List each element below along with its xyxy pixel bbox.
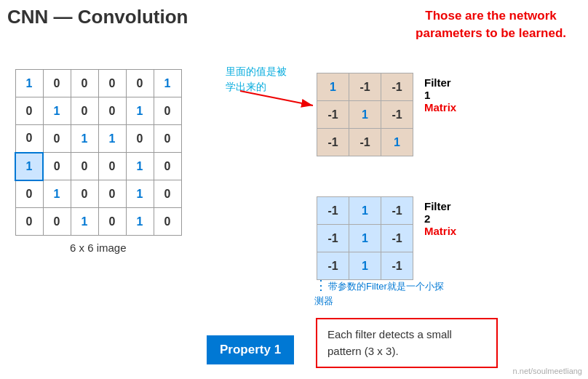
grid-cell: 0 [98,97,126,125]
grid-cell: 0 [71,97,98,125]
grid-cell: 1 [154,70,181,97]
filter2-cell: 1 [349,252,381,280]
grid-cell: 0 [15,125,43,153]
grid-cell: 0 [43,125,71,153]
grid-cell: 1 [43,97,71,125]
filter2-cell: 1 [349,197,381,225]
filter2-cell: -1 [381,225,413,252]
grid-cell: 1 [15,70,43,97]
grid-cell: 1 [126,97,154,125]
filter1-cell: -1 [381,73,413,101]
grid-cell: 1 [71,125,98,153]
filter1-cell: -1 [349,129,381,156]
grid-cell: 0 [154,180,181,208]
grid-cell: 0 [154,97,181,125]
image-grid-container: 100001010010001100100010010010001010 6 x… [15,69,182,254]
filter-detects-box: Each filter detects a small pattern (3 x… [316,318,498,368]
image-label: 6 x 6 image [15,242,182,254]
grid-cell: 0 [15,208,43,236]
grid-cell: 0 [98,208,126,236]
grid-cell: 0 [15,97,43,125]
network-params-text: Those are the network parameters to be l… [416,7,566,42]
filter2-label: Filter 2 Matrix [424,200,456,237]
filter1-cell: 1 [349,101,381,129]
filter2-cell: -1 [317,225,349,252]
dotted-annotation: ⋮ 带参数的Filter就是一个小探 测器 [314,276,444,308]
grid-cell: 0 [98,180,126,208]
filter2-container: -11-1-11-1-11-1 Filter 2 Matrix [317,196,413,280]
property-button[interactable]: Property 1 [207,335,294,364]
grid-cell: 0 [43,208,71,236]
grid-cell: 0 [98,70,126,97]
grid-cell: 1 [98,125,126,153]
filter1-container: 1-1-1-11-1-1-11 Filter 1 Matrix [317,73,413,156]
grid-cell: 1 [126,208,154,236]
filter2-cell: -1 [317,197,349,225]
filter1-cell: 1 [381,129,413,156]
grid-cell: 0 [154,125,181,153]
grid-cell: 1 [43,180,71,208]
filter2-cell: -1 [381,252,413,280]
annotation-chinese: 里面的值是被 学出来的 [226,64,287,95]
grid-cell: 0 [154,153,181,180]
filter1-label: Filter 1 Matrix [424,76,456,113]
grid-cell: 1 [15,153,43,180]
page-title: CNN — Convolution [7,6,188,28]
grid-cell: 0 [71,153,98,180]
grid-cell: 0 [71,70,98,97]
filter1-cell: -1 [349,73,381,101]
filter2-cell: -1 [381,197,413,225]
grid-cell: 0 [126,125,154,153]
grid-cell: 0 [43,153,71,180]
filter2-cell: 1 [349,225,381,252]
filter2-cell: -1 [317,252,349,280]
filter1-grid: 1-1-1-11-1-1-11 [317,73,413,156]
grid-cell: 0 [154,208,181,236]
filter2-grid: -11-1-11-1-11-1 [317,196,413,280]
filter1-cell: -1 [317,101,349,129]
grid-cell: 1 [126,153,154,180]
grid-cell: 0 [126,70,154,97]
grid-cell: 0 [15,180,43,208]
grid-cell: 0 [71,180,98,208]
grid-cell: 0 [98,153,126,180]
filter1-cell: -1 [317,129,349,156]
image-grid: 100001010010001100100010010010001010 [15,69,182,236]
filter1-cell: 1 [317,73,349,101]
filter1-cell: -1 [381,101,413,129]
grid-cell: 1 [71,208,98,236]
grid-cell: 1 [126,180,154,208]
grid-cell: 0 [43,70,71,97]
watermark: n.net/soulmeetliang [513,367,582,375]
